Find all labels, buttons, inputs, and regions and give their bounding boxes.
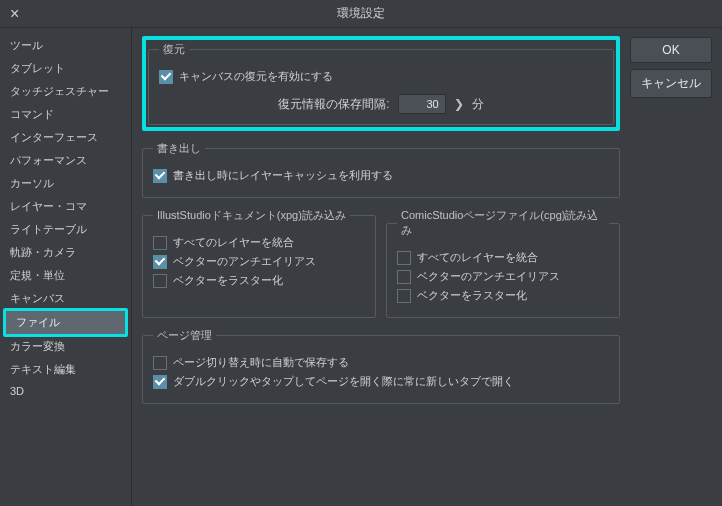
newtab-row[interactable]: ダブルクリックやタップしてページを開く際に常に新しいタブで開く [153, 374, 609, 389]
xpg-group: IllustStudioドキュメント(xpg)読み込み すべてのレイヤーを統合 … [142, 208, 376, 318]
sidebar-item-performance[interactable]: パフォーマンス [0, 149, 131, 172]
title-bar: × 環境設定 [0, 0, 722, 28]
page-mgmt-group: ページ管理 ページ切り替え時に自動で保存する ダブルクリックやタップしてページを… [142, 328, 620, 404]
restore-enable-label: キャンバスの復元を有効にする [179, 69, 333, 84]
sidebar-item-interface[interactable]: インターフェース [0, 126, 131, 149]
close-icon[interactable]: × [10, 5, 19, 23]
sidebar: ツール タブレット タッチジェスチャー コマンド インターフェース パフォーマン… [0, 28, 132, 506]
highlight-box-sidebar: ファイル [3, 308, 128, 337]
restore-interval-unit: 分 [472, 96, 484, 113]
sidebar-label: カラー変換 [10, 340, 65, 352]
restore-legend: 復元 [159, 42, 189, 57]
checkbox-newtab[interactable] [153, 375, 167, 389]
main-body: ツール タブレット タッチジェスチャー コマンド インターフェース パフォーマン… [0, 28, 722, 506]
settings-column: 復元 キャンバスの復元を有効にする 復元情報の保存間隔: ❯ 分 書き出し [142, 36, 620, 498]
sidebar-item-ruler[interactable]: 定規・単位 [0, 264, 131, 287]
sidebar-item-tool[interactable]: ツール [0, 34, 131, 57]
sidebar-item-touch[interactable]: タッチジェスチャー [0, 80, 131, 103]
dialog-buttons: OK キャンセル [630, 36, 712, 498]
newtab-label: ダブルクリックやタップしてページを開く際に常に新しいタブで開く [173, 374, 514, 389]
sidebar-item-trajectory[interactable]: 軌跡・カメラ [0, 241, 131, 264]
sidebar-label: ライトテーブル [10, 223, 87, 235]
checkbox-xpg-merge[interactable] [153, 236, 167, 250]
checkbox-xpg-aa[interactable] [153, 255, 167, 269]
export-cache-row[interactable]: 書き出し時にレイヤーキャッシュを利用する [153, 168, 609, 183]
xpg-raster-row[interactable]: ベクターをラスター化 [153, 273, 365, 288]
sidebar-label: タブレット [10, 62, 65, 74]
sidebar-item-text[interactable]: テキスト編集 [0, 358, 131, 381]
checkbox-cpg-merge[interactable] [397, 251, 411, 265]
export-cache-label: 書き出し時にレイヤーキャッシュを利用する [173, 168, 393, 183]
xpg-merge-row[interactable]: すべてのレイヤーを統合 [153, 235, 365, 250]
highlight-box-restore: 復元 キャンバスの復元を有効にする 復元情報の保存間隔: ❯ 分 [142, 36, 620, 131]
sidebar-label: コマンド [10, 108, 54, 120]
xpg-legend: IllustStudioドキュメント(xpg)読み込み [153, 208, 350, 223]
sidebar-item-tablet[interactable]: タブレット [0, 57, 131, 80]
sidebar-item-cursor[interactable]: カーソル [0, 172, 131, 195]
sidebar-label: キャンバス [10, 292, 65, 304]
ok-button[interactable]: OK [630, 37, 712, 63]
export-legend: 書き出し [153, 141, 205, 156]
xpg-merge-label: すべてのレイヤーを統合 [173, 235, 294, 250]
sidebar-label: ファイル [16, 316, 60, 328]
page-mgmt-legend: ページ管理 [153, 328, 216, 343]
cpg-aa-label: ベクターのアンチエイリアス [417, 269, 560, 284]
sidebar-item-canvas[interactable]: キャンバス [0, 287, 131, 310]
xpg-raster-label: ベクターをラスター化 [173, 273, 283, 288]
window-title: 環境設定 [337, 5, 385, 22]
export-group: 書き出し 書き出し時にレイヤーキャッシュを利用する [142, 141, 620, 198]
sidebar-label: テキスト編集 [10, 363, 76, 375]
restore-interval-label: 復元情報の保存間隔: [278, 96, 389, 113]
sidebar-item-file[interactable]: ファイル [6, 311, 125, 334]
sidebar-label: 軌跡・カメラ [10, 246, 76, 258]
sidebar-label: ツール [10, 39, 43, 51]
sidebar-label: 定規・単位 [10, 269, 65, 281]
cpg-raster-row[interactable]: ベクターをラスター化 [397, 288, 609, 303]
chevron-right-icon[interactable]: ❯ [454, 97, 464, 111]
checkbox-cpg-aa[interactable] [397, 270, 411, 284]
sidebar-label: タッチジェスチャー [10, 85, 109, 97]
checkbox-restore-enable[interactable] [159, 70, 173, 84]
sidebar-item-layer[interactable]: レイヤー・コマ [0, 195, 131, 218]
restore-group: 復元 キャンバスの復元を有効にする 復元情報の保存間隔: ❯ 分 [148, 42, 614, 125]
cpg-aa-row[interactable]: ベクターのアンチエイリアス [397, 269, 609, 284]
autosave-label: ページ切り替え時に自動で保存する [173, 355, 349, 370]
sidebar-item-color[interactable]: カラー変換 [0, 335, 131, 358]
checkbox-cpg-raster[interactable] [397, 289, 411, 303]
restore-enable-row[interactable]: キャンバスの復元を有効にする [159, 69, 603, 84]
import-groups: IllustStudioドキュメント(xpg)読み込み すべてのレイヤーを統合 … [142, 208, 620, 328]
checkbox-export-cache[interactable] [153, 169, 167, 183]
restore-interval-row: 復元情報の保存間隔: ❯ 分 [159, 94, 603, 114]
sidebar-item-lighttable[interactable]: ライトテーブル [0, 218, 131, 241]
sidebar-label: カーソル [10, 177, 54, 189]
cpg-merge-label: すべてのレイヤーを統合 [417, 250, 538, 265]
autosave-row[interactable]: ページ切り替え時に自動で保存する [153, 355, 609, 370]
cpg-legend: ComicStudioページファイル(cpg)読み込み [397, 208, 609, 238]
sidebar-label: レイヤー・コマ [10, 200, 87, 212]
cpg-raster-label: ベクターをラスター化 [417, 288, 527, 303]
sidebar-label: 3D [10, 385, 24, 397]
restore-interval-input[interactable] [398, 94, 446, 114]
xpg-aa-row[interactable]: ベクターのアンチエイリアス [153, 254, 365, 269]
sidebar-label: インターフェース [10, 131, 98, 143]
sidebar-label: パフォーマンス [10, 154, 87, 166]
cpg-group: ComicStudioページファイル(cpg)読み込み すべてのレイヤーを統合 … [386, 208, 620, 318]
xpg-aa-label: ベクターのアンチエイリアス [173, 254, 316, 269]
sidebar-item-command[interactable]: コマンド [0, 103, 131, 126]
sidebar-item-3d[interactable]: 3D [0, 381, 131, 401]
checkbox-autosave[interactable] [153, 356, 167, 370]
checkbox-xpg-raster[interactable] [153, 274, 167, 288]
content-area: 復元 キャンバスの復元を有効にする 復元情報の保存間隔: ❯ 分 書き出し [132, 28, 722, 506]
cancel-button[interactable]: キャンセル [630, 69, 712, 98]
cpg-merge-row[interactable]: すべてのレイヤーを統合 [397, 250, 609, 265]
